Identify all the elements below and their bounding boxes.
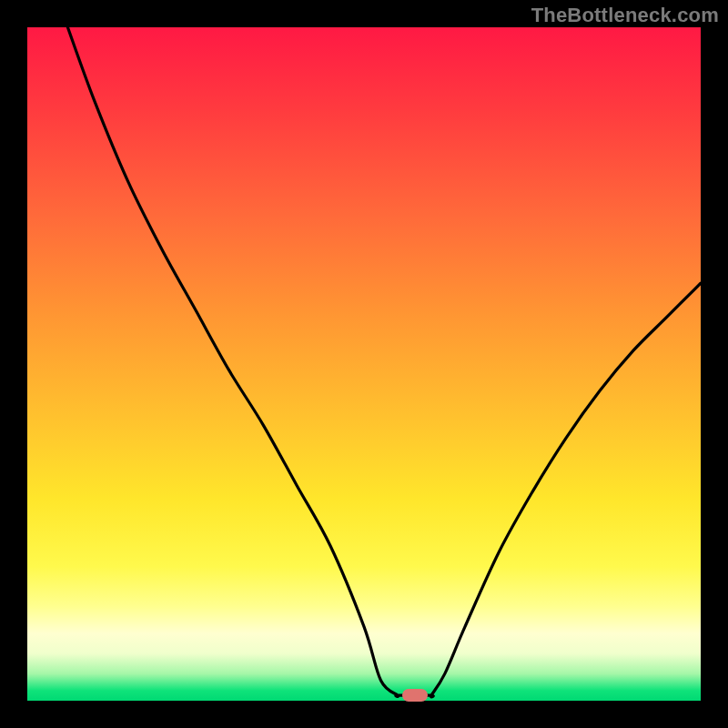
bottleneck-curve: [27, 27, 701, 701]
curve-path: [67, 27, 701, 697]
plot-area: [27, 27, 701, 701]
optimal-point-marker: [402, 689, 428, 702]
watermark-text: TheBottleneck.com: [531, 4, 719, 27]
chart-frame: TheBottleneck.com: [0, 0, 728, 728]
